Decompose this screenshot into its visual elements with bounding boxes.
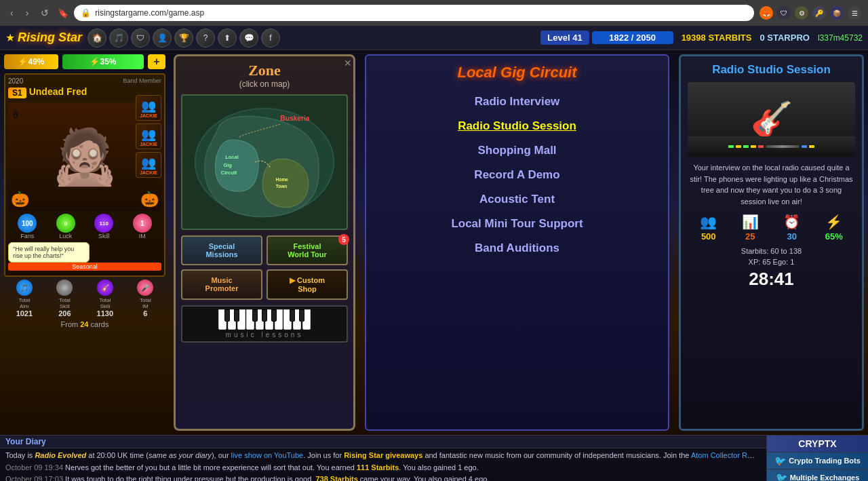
festival-world-tour-button[interactable]: Festival World Tour 5 [267, 235, 348, 265]
address-bar[interactable]: 🔒 risingstargame.com/game.asp [74, 5, 754, 21]
desk-light-yellow2 [751, 145, 756, 148]
upload-icon[interactable]: ⬆ [218, 28, 237, 47]
game-logo[interactable]: Rising Star [18, 31, 82, 45]
stat-fans: 100 Fans [18, 214, 37, 239]
starpro-label: STARPRO [767, 33, 810, 43]
crypto-bots-label: Crypto Trading Bots [789, 457, 861, 465]
discord-icon[interactable]: 💬 [239, 28, 258, 47]
reload-button[interactable]: ↺ [37, 6, 52, 20]
crypto-bots-button[interactable]: 🐦 Crypto Trading Bots [767, 453, 868, 469]
char-year: 2020 [8, 77, 23, 85]
health-bar: ⚡35% [62, 54, 144, 69]
candle-left: 🕯 [11, 109, 20, 120]
gig-item-radio-studio[interactable]: Radio Studio Session [374, 117, 660, 136]
guitarist-icon: 🎸 [751, 100, 793, 139]
luck-label: Luck [56, 233, 75, 239]
twitter-icon: 🐦 [774, 455, 786, 466]
band-member-icon-2: 👥 [141, 127, 156, 142]
band-member-label-top: Band Member [123, 77, 161, 85]
map-container[interactable]: Buskeria Local Gig Circuit Home Town [181, 94, 348, 230]
timer: 28:41 [688, 269, 855, 290]
extension-icon3: 📦 [830, 6, 844, 20]
desk-light-green2 [743, 145, 749, 148]
gig-item-band-auditions[interactable]: Band Auditions [374, 239, 660, 258]
gig-item-local-mini-tour[interactable]: Local Mini Tour Support [374, 214, 660, 233]
custom-shop-button[interactable]: ▶ Custom Shop [267, 269, 348, 300]
mixing-slider [766, 145, 800, 148]
music-promoter-button[interactable]: Music Promoter [181, 269, 262, 300]
radio-studio-panel: Radio Studio Session 🎸 Your interview on… [675, 50, 868, 435]
starpro-count: 0 STARPRO [760, 33, 809, 43]
gig-item-acoustic-tent[interactable]: Acoustic Tent [374, 190, 660, 209]
health-value: 35% [100, 57, 116, 66]
bottom-right: CRYPTX 🐦 Crypto Trading Bots 🐦 Multiple … [766, 436, 868, 481]
band-member-label-3: JACKIE [140, 170, 157, 175]
total-im-value: 6 [137, 309, 153, 318]
desk-light-yellow3 [809, 145, 814, 148]
back-button[interactable]: ‹ [7, 6, 17, 20]
xp-current: 1822 [609, 33, 629, 43]
trophy-icon[interactable]: 🏆 [174, 28, 193, 47]
add-energy-button[interactable]: + [148, 54, 165, 69]
im-value: 1 [140, 220, 144, 227]
skill-value: 110 [100, 220, 108, 227]
gig-item-shopping-mall[interactable]: Shopping Mall [374, 141, 660, 160]
game-header: ★ Rising Star 🏠 🎵 🛡 👤 🏆 ? ⬆ 💬 f Level 41… [0, 26, 868, 50]
luck-icon: 0 [56, 214, 75, 233]
starpro-value: 0 [760, 33, 764, 43]
multi-exchanges-button[interactable]: 🐦 Multiple Exchanges [767, 469, 868, 481]
player-panel: ⚡49% ⚡35% + 2020 Band Member S1 Undead F… [0, 50, 170, 435]
total-skill-icon: 🎸 [97, 280, 113, 296]
music-icon[interactable]: 🎵 [109, 28, 128, 47]
svg-text:Buskeria: Buskeria [280, 115, 309, 123]
radio-stats: 👥 500 📊 25 ⏰ 30 ⚡ 65% [688, 214, 855, 242]
skill-label: Skill [94, 233, 113, 239]
facebook-icon[interactable]: f [261, 28, 280, 47]
custom-shop-label: Custom Shop [297, 276, 325, 293]
menu-icon[interactable]: ☰ [848, 6, 861, 20]
total-luck: ✖ Total Skill 206 [56, 280, 73, 318]
cards-label: cards [91, 320, 109, 328]
starbits-count: 19398 STARBITS [682, 33, 752, 43]
balance-value: l337m45732 [818, 33, 863, 43]
band-members: 👥 JACKIE 👥 JACKIE 👥 JACKIE [136, 95, 161, 178]
desk-light-blue [802, 145, 807, 148]
starbits-range: Starbits: 60 to 138 [688, 247, 855, 255]
music-promoter-label: Music Promoter [205, 276, 239, 292]
starbits-label: STARBITS [708, 33, 751, 43]
radio-studio-image: 🎸 [688, 82, 855, 157]
help-icon[interactable]: ? [196, 28, 215, 47]
close-button[interactable]: ✕ [344, 58, 352, 69]
gig-item-record-demo[interactable]: Record A Demo [374, 166, 660, 185]
mixing-desk [688, 136, 855, 157]
radio-time-value: 30 [783, 231, 800, 242]
desk-light-yellow [736, 145, 741, 148]
special-missions-button[interactable]: Special Missions [181, 235, 262, 265]
energy-value: 49% [28, 57, 44, 66]
piano-key-b6 [290, 309, 295, 322]
total-im: 🎤 Total IM 6 [137, 280, 153, 318]
gig-item-radio-interview[interactable]: Radio Interview [374, 92, 660, 111]
svg-text:Town: Town [276, 184, 288, 189]
forward-button[interactable]: › [22, 6, 33, 20]
time-stat-icon: ⏰ [783, 214, 800, 230]
piano-lessons-button[interactable]: music lessons [181, 305, 348, 343]
cryptx-button[interactable]: CRYPTX [767, 436, 868, 453]
main-content: ⚡49% ⚡35% + 2020 Band Member S1 Undead F… [0, 50, 868, 435]
home-icon[interactable]: 🏠 [87, 28, 106, 47]
piano-key-b7 [299, 309, 304, 322]
total-luck-value: 206 [56, 309, 73, 318]
total-fans: 🎵 Total Aim 1021 [16, 280, 33, 318]
seasonal-badge: Seasonal [8, 263, 161, 271]
char-name: Undead Fred [29, 86, 87, 97]
piano-key-b4 [262, 309, 267, 322]
luck-num: 0 [64, 220, 67, 227]
pumpkin-icon: 🎃 [11, 191, 29, 208]
pumpkin-icon2: 🎃 [140, 191, 159, 208]
local-mini-tour-label: Local Mini Tour Support [451, 217, 583, 230]
diary-entries: Today is Radio Evolved at 20:00 UK time … [0, 448, 763, 481]
person-icon[interactable]: 👤 [153, 28, 172, 47]
total-skill-value: 1130 [97, 309, 113, 318]
stat-skill: 110 Skill [94, 214, 113, 239]
shield-nav-icon[interactable]: 🛡 [131, 28, 150, 47]
